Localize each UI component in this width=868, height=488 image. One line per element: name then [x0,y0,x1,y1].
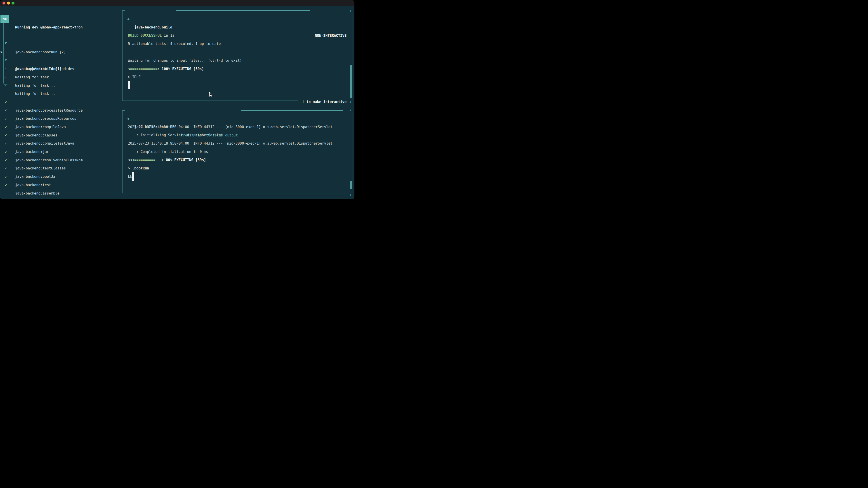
task-row-completed[interactable]: ✔ java-backend:processTestResource 889ms [0,90,120,98]
interactive-hint: i to make interactive [302,98,346,106]
maximize-button[interactable] [11,2,14,4]
build-result-line: BUILD SUCCESSFUL in 1s [128,31,174,40]
mouse-cursor [209,92,213,98]
bootrun-scrollbar-track[interactable] [351,113,352,181]
progress-tail: > [158,67,160,71]
build-waiting-line: Waiting for changes to input files... (c… [128,57,242,65]
terminal-cursor [128,81,130,89]
scroll-down-icon[interactable]: ↓ [348,98,353,106]
build-panel-title: java-backend:build [134,23,172,32]
task-row-completed[interactable]: ✔ java-backend:jar 1.4s [0,131,120,139]
task-row-completed[interactable]: ✔ java-backend:compileJava 4.3s [0,106,120,115]
interactive-hint-text: to make interactive [304,100,346,104]
progress-fill: ============= [130,67,157,71]
task-name: Waiting for task... [15,82,55,90]
task-row-completed[interactable]: ✔ java-backend:test 734ms [0,164,120,173]
progress-lead: <<< [128,158,134,162]
task-row-bootrun[interactable]: ⠋ java-backend:bootRun [2] Continuous [0,31,120,40]
window-titlebar[interactable] [0,0,354,6]
non-interactive-badge: NON-INTERACTIVE [315,32,346,40]
terminal-cursor [132,172,134,181]
close-button[interactable] [2,2,5,4]
progress-lead: < [128,67,130,71]
terminal-window: NX Running dev @mono-app/react-fron Dura… [0,0,354,199]
minimize-button[interactable] [7,2,10,4]
log-line: : Initializing Servlet 'dispatcherServle… [128,131,225,139]
progress-label: 100% EXECUTING [59s] [160,67,204,71]
build-scrollbar-track[interactable] [351,13,352,65]
task-row-completed[interactable]: ✔ java-backend:testClasses 1.3s [0,148,120,156]
bootrun-header-rule [241,110,343,111]
build-idle-line: > IDLE [128,73,141,81]
bootrun-scrollbar-thumb[interactable] [350,181,352,189]
task-row-waiting[interactable]: · Waiting for task... [0,65,120,73]
task-row-completed[interactable]: ✔ java-backend:processResources 1.0s [0,98,120,106]
interactive-key[interactable]: i [302,100,304,104]
progress-tail: > [162,158,164,162]
progress-label: 80% EXECUTING [59s] [164,158,206,162]
sidebar-title: Running dev @mono-app/react-fron [15,23,83,32]
sidebar-header: Running dev @mono-app/react-fron Duratio… [0,15,120,23]
task-name: java-backend:test [15,181,51,189]
task-row-frontend-dev[interactable]: ⠋ @mono-app/react-frontend:dev Continuou… [0,48,120,57]
task-row-completed[interactable]: ✔ java-backend:classes 1.1s [0,115,120,123]
waiting-dot-icon: · [5,81,11,90]
scroll-down-icon[interactable]: ↓ [348,191,353,199]
log-line: 2025-07-23T13:40:18.950-04:00 INFO 44312… [128,123,333,131]
nx-tui: NX Running dev @mono-app/react-fron Dura… [0,6,354,199]
build-scrollbar-thumb[interactable] [350,65,352,98]
progress-fill: ========== [134,158,155,162]
running-bullet-icon: ● [127,15,129,23]
task-row-completed[interactable]: ✔ java-backend:bootJar 1.1s [0,156,120,164]
progress-dashes: --- [155,158,162,162]
build-panel-header[interactable]: ● java-backend:build NON-INTERACTIVE [122,6,354,15]
pager: ← 1/2 → [3,197,18,199]
bootrun-prompt-line: > :bootRun [128,164,149,173]
task-row-waiting[interactable]: · Waiting for task... [0,73,120,81]
task-row-completed[interactable]: ✔ java-backend:compileTestJava 808ms [0,123,120,131]
running-bullet-icon: ● [127,115,129,123]
bootrun-input-text[interactable]: kk [128,173,132,181]
build-tasks-summary: 5 actionable tasks: 4 executed, 1 up-to-… [128,40,221,48]
check-icon: ✔ [5,181,11,189]
task-row-completed[interactable]: ✔ java-backend:assemble 774ms [0,173,120,181]
task-row-build-selected[interactable]: > ⠋ java-backend:build [1] Continuous [0,40,120,48]
build-successful-text: BUILD SUCCESSFUL [128,33,162,37]
build-progress-bar: <=============> 100% EXECUTING [59s] [128,65,204,73]
task-row-waiting[interactable]: · Waiting for task... [0,57,120,65]
log-line: 2025-07-23T13:40:18.950-04:00 INFO 44312… [128,139,333,148]
log-line: : Completed initialization in 0 ms [128,148,208,156]
build-header-rule [176,10,310,11]
task-row-completed[interactable]: ✔ java-backend:resolveMainClassNam 1.5s [0,139,120,148]
sidebar-footer: ← 1/2 → quit: q help: ? [0,189,120,197]
build-time-text: in 1s [162,33,174,37]
bootrun-progress-bar: <<<==========---> 80% EXECUTING [59s] [128,156,206,164]
